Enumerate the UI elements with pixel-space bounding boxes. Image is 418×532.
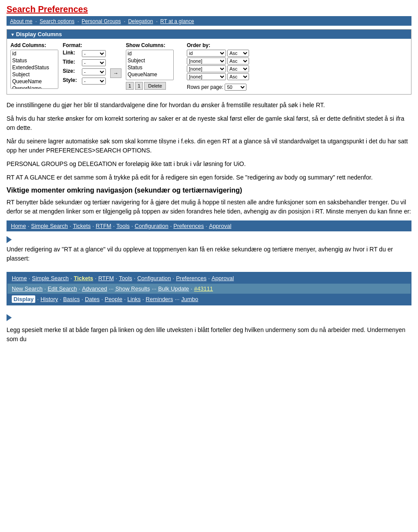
nav2-sep2: · — [71, 275, 72, 281]
nav2-basics[interactable]: Basics — [63, 296, 80, 302]
breadcrumb-delegation[interactable]: Delegation — [128, 18, 153, 24]
section-heading: Viktige momenter omkring navigasjon (sek… — [7, 186, 411, 194]
nav1-tools[interactable]: Tools — [116, 223, 129, 229]
nav2-home[interactable]: Home — [12, 275, 27, 281]
breadcrumb-bar: About me · Search options · Personal Gro… — [7, 16, 411, 26]
arrow-button-container: → — [110, 55, 121, 78]
nav1-preferences[interactable]: Preferences — [173, 223, 204, 229]
para1: De innstillingene du gjør her blir til s… — [7, 101, 411, 110]
row-up-button[interactable]: 1 — [126, 82, 134, 90]
nav2-approval[interactable]: Approval — [212, 275, 234, 281]
format-link-row: Link: - — [63, 50, 106, 57]
nav2-simple-search[interactable]: Simple Search — [32, 275, 69, 281]
order-by-label: Order by: — [187, 42, 249, 48]
order-field-3[interactable]: [none] — [187, 65, 226, 72]
breadcrumb-about[interactable]: About me — [10, 18, 32, 24]
nav2-preferences[interactable]: Preferences — [176, 275, 206, 281]
order-row-4: [none] AscDesc — [187, 73, 249, 80]
format-section: Format: Link: - Title: - Size: - — [63, 42, 106, 85]
format-style-select[interactable]: - — [82, 78, 106, 85]
format-title-label: Title: — [63, 59, 80, 65]
nav2-links[interactable]: Links — [128, 296, 141, 302]
nav1-configuration[interactable]: Configuration — [135, 223, 168, 229]
nav2-sep1: · — [29, 275, 30, 281]
display-columns-header[interactable]: Display Columns — [7, 30, 411, 39]
order-dir-4[interactable]: AscDesc — [227, 73, 249, 80]
rows-per-page: Rows per page: 5025100 — [187, 84, 249, 91]
nav2-ssep1: · — [44, 285, 46, 292]
format-link-select[interactable]: - — [82, 50, 106, 57]
row-buttons: 1 1 Delete — [126, 82, 174, 90]
nav1-tickets[interactable]: Tickets — [73, 223, 91, 229]
breadcrumb-search-options[interactable]: Search options — [40, 18, 74, 24]
nav2-tsep5: · — [124, 296, 126, 302]
sep4: · — [156, 18, 159, 24]
nav2-display[interactable]: Display — [12, 295, 35, 303]
nav1-approval[interactable]: Approval — [209, 223, 231, 229]
nav1-sep7: · — [206, 223, 207, 229]
nav2-show-results[interactable]: Show Results — [115, 285, 150, 292]
format-size-label: Size: — [63, 68, 80, 74]
breadcrumb-rt-at-glance[interactable]: RT at a glance — [160, 18, 194, 24]
format-style-row: Style: - — [63, 77, 106, 85]
nav1-rtfm[interactable]: RTFM — [96, 223, 111, 229]
arrow-container-1 — [7, 236, 411, 243]
page-title: Search Preferences — [7, 4, 411, 14]
nav2-ticket-number[interactable]: #43111 — [194, 285, 213, 292]
rows-per-page-select[interactable]: 5025100 — [225, 84, 246, 91]
format-style-label: Style: — [63, 77, 80, 83]
format-title-select[interactable]: - — [82, 59, 106, 66]
nav2-people[interactable]: People — [104, 296, 122, 302]
nav2-tsep2: · — [60, 296, 61, 302]
nav2-configuration[interactable]: Configuration — [137, 275, 171, 281]
format-label: Format: — [63, 42, 106, 48]
nav2-rtfm[interactable]: RTFM — [98, 275, 114, 281]
nav2-sep3: · — [95, 275, 97, 281]
nav1-home[interactable]: Home — [11, 223, 26, 229]
nav2-edit-search[interactable]: Edit Search — [47, 285, 77, 292]
order-field-2[interactable]: [none] — [187, 58, 226, 64]
show-columns-section: Show Columns: id Subject Status QueueNam… — [126, 42, 174, 90]
show-columns-label: Show Columns: — [126, 42, 174, 48]
nav1-sep5: · — [131, 223, 133, 229]
bottom-para: Legg spesielt merke til at både fargen p… — [7, 325, 411, 344]
nav2-primary-row: Home · Simple Search · Tickets · RTFM · … — [7, 273, 411, 284]
nav2-ssep5: · — [191, 285, 192, 292]
order-row-2: [none] AscDesc — [187, 58, 249, 64]
para2: Så hvis du har sterke ønsker for om korr… — [7, 114, 411, 132]
para5: RT AT A GLANCE er det samme som å trykke… — [7, 173, 411, 182]
breadcrumb-personal-groups[interactable]: Personal Groups — [82, 18, 121, 24]
nav2-new-search[interactable]: New Search — [12, 285, 43, 292]
order-dir-2[interactable]: AscDesc — [227, 58, 249, 64]
nav2-advanced[interactable]: Advanced — [82, 285, 107, 292]
nav2-secondary-row: New Search · Edit Search · Advanced ··· … — [7, 284, 411, 294]
nav2-history[interactable]: History — [40, 296, 58, 302]
add-columns-section: Add Columns: id Status ExtendedStatus Su… — [10, 42, 58, 89]
nav2-jumbo[interactable]: Jumbo — [181, 296, 198, 302]
show-columns-listbox[interactable]: id Subject Status QueueName — [126, 50, 174, 80]
add-columns-listbox[interactable]: id Status ExtendedStatus Subject QueueNa… — [10, 50, 58, 89]
add-arrow-button[interactable]: → — [110, 68, 121, 78]
nav2-bulk-update[interactable]: Bulk Update — [158, 285, 189, 292]
order-dir-3[interactable]: AscDesc — [227, 65, 249, 72]
format-fields: Link: - Title: - Size: - Style: — [63, 50, 106, 85]
nav2-tickets[interactable]: Tickets — [74, 275, 93, 281]
order-dir-1[interactable]: AscDesc — [227, 50, 249, 57]
nav2-tertiary-row: Display · History · Basics · Dates · Peo… — [7, 294, 411, 305]
delete-button[interactable]: Delete — [144, 82, 166, 90]
nav2-reminders[interactable]: Reminders — [146, 296, 173, 302]
nav2-dates[interactable]: Dates — [85, 296, 100, 302]
order-field-4[interactable]: [none] — [187, 73, 226, 80]
nav2-tsep3: · — [81, 296, 83, 302]
nav2-tools[interactable]: Tools — [119, 275, 132, 281]
rows-per-page-label: Rows per page: — [187, 84, 223, 90]
row-down-button[interactable]: 1 — [135, 82, 143, 90]
format-size-select[interactable]: - — [82, 68, 106, 75]
nav1-simple-search[interactable]: Simple Search — [31, 223, 68, 229]
nav1-sep4: · — [113, 223, 115, 229]
nav2-tsep6: · — [142, 296, 144, 302]
order-field-1[interactable]: id — [187, 50, 226, 57]
format-title-row: Title: - — [63, 59, 106, 66]
nav2-tsep4: · — [101, 296, 103, 302]
arrow-container-2 — [7, 313, 411, 321]
